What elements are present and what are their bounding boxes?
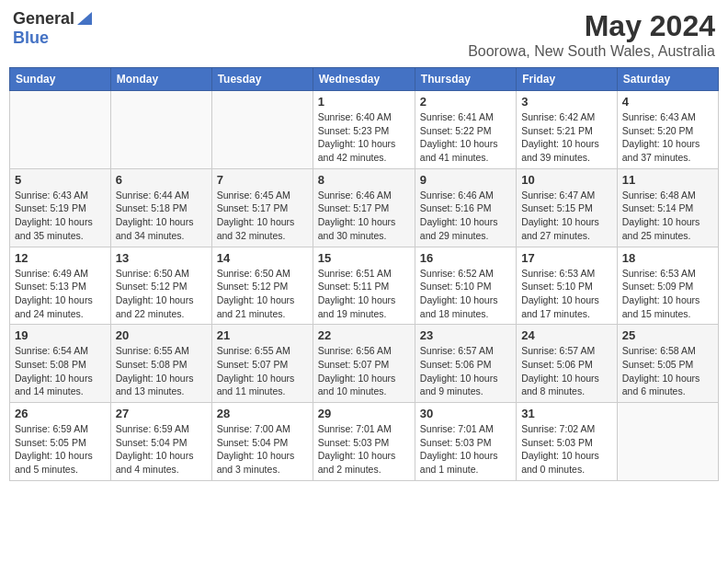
day-info: Sunrise: 6:50 AM Sunset: 5:12 PM Dayligh… (116, 267, 207, 321)
day-number: 31 (521, 407, 612, 420)
calendar-cell-w2-d7: 11Sunrise: 6:48 AM Sunset: 5:14 PM Dayli… (617, 168, 718, 247)
calendar-cell-w2-d1: 5Sunrise: 6:43 AM Sunset: 5:19 PM Daylig… (10, 168, 111, 247)
header-friday: Friday (517, 68, 618, 91)
day-info: Sunrise: 6:58 AM Sunset: 5:05 PM Dayligh… (622, 344, 713, 398)
calendar-cell-w1-d6: 3Sunrise: 6:42 AM Sunset: 5:21 PM Daylig… (517, 91, 618, 169)
day-info: Sunrise: 7:01 AM Sunset: 5:03 PM Dayligh… (420, 422, 511, 477)
calendar-cell-w2-d2: 6Sunrise: 6:44 AM Sunset: 5:18 PM Daylig… (110, 168, 211, 247)
day-number: 25 (622, 328, 713, 342)
day-info: Sunrise: 6:41 AM Sunset: 5:22 PM Dayligh… (420, 110, 511, 165)
day-info: Sunrise: 6:54 AM Sunset: 5:08 PM Dayligh… (15, 344, 106, 398)
day-info: Sunrise: 6:55 AM Sunset: 5:08 PM Dayligh… (116, 344, 207, 398)
logo-general-text: General (13, 9, 74, 29)
header-thursday: Thursday (415, 68, 516, 91)
calendar-cell-w1-d4: 1Sunrise: 6:40 AM Sunset: 5:23 PM Daylig… (313, 91, 415, 169)
day-info: Sunrise: 6:57 AM Sunset: 5:06 PM Dayligh… (420, 344, 511, 398)
calendar-cell-w2-d6: 10Sunrise: 6:47 AM Sunset: 5:15 PM Dayli… (517, 168, 618, 247)
calendar-cell-w1-d1 (10, 91, 111, 169)
calendar-week-1: 1Sunrise: 6:40 AM Sunset: 5:23 PM Daylig… (10, 91, 719, 169)
month-title: May 2024 (468, 9, 715, 43)
day-info: Sunrise: 6:53 AM Sunset: 5:09 PM Dayligh… (622, 267, 713, 321)
calendar-week-2: 5Sunrise: 6:43 AM Sunset: 5:19 PM Daylig… (10, 168, 719, 247)
day-info: Sunrise: 6:45 AM Sunset: 5:17 PM Dayligh… (217, 189, 308, 243)
day-number: 14 (217, 251, 308, 265)
day-number: 13 (116, 251, 207, 265)
day-number: 12 (15, 251, 106, 265)
day-info: Sunrise: 6:55 AM Sunset: 5:07 PM Dayligh… (217, 344, 308, 398)
calendar-week-4: 19Sunrise: 6:54 AM Sunset: 5:08 PM Dayli… (10, 325, 719, 403)
day-number: 8 (318, 173, 410, 187)
calendar-week-3: 12Sunrise: 6:49 AM Sunset: 5:13 PM Dayli… (10, 247, 719, 325)
day-info: Sunrise: 6:44 AM Sunset: 5:18 PM Dayligh… (116, 189, 207, 243)
day-number: 28 (217, 407, 308, 420)
svg-marker-0 (77, 12, 92, 25)
calendar-cell-w4-d6: 24Sunrise: 6:57 AM Sunset: 5:06 PM Dayli… (517, 325, 618, 403)
day-number: 16 (420, 251, 511, 265)
day-number: 24 (521, 328, 612, 342)
day-number: 6 (116, 173, 207, 187)
day-info: Sunrise: 6:47 AM Sunset: 5:15 PM Dayligh… (521, 189, 612, 243)
day-info: Sunrise: 7:00 AM Sunset: 5:04 PM Dayligh… (217, 422, 308, 477)
day-info: Sunrise: 6:51 AM Sunset: 5:11 PM Dayligh… (318, 267, 410, 321)
day-number: 27 (116, 407, 207, 420)
day-info: Sunrise: 6:49 AM Sunset: 5:13 PM Dayligh… (15, 267, 106, 321)
day-number: 15 (318, 251, 410, 265)
day-number: 20 (116, 328, 207, 342)
day-number: 26 (15, 407, 106, 420)
calendar-cell-w5-d2: 27Sunrise: 6:59 AM Sunset: 5:04 PM Dayli… (110, 403, 211, 481)
logo: General Blue (13, 9, 92, 48)
day-number: 11 (622, 173, 713, 187)
calendar-cell-w2-d3: 7Sunrise: 6:45 AM Sunset: 5:17 PM Daylig… (211, 168, 313, 247)
calendar-cell-w4-d2: 20Sunrise: 6:55 AM Sunset: 5:08 PM Dayli… (110, 325, 211, 403)
day-number: 22 (318, 328, 410, 342)
calendar-cell-w3-d2: 13Sunrise: 6:50 AM Sunset: 5:12 PM Dayli… (110, 247, 211, 325)
day-info: Sunrise: 6:59 AM Sunset: 5:04 PM Dayligh… (116, 422, 207, 477)
calendar-cell-w4-d4: 22Sunrise: 6:56 AM Sunset: 5:07 PM Dayli… (313, 325, 415, 403)
title-area: May 2024 Boorowa, New South Wales, Austr… (468, 9, 715, 60)
day-number: 2 (420, 95, 511, 109)
header-tuesday: Tuesday (211, 68, 313, 91)
day-info: Sunrise: 6:43 AM Sunset: 5:19 PM Dayligh… (15, 189, 106, 243)
location-title: Boorowa, New South Wales, Australia (468, 43, 715, 60)
calendar-table: Sunday Monday Tuesday Wednesday Thursday… (9, 67, 719, 481)
day-number: 18 (622, 251, 713, 265)
day-info: Sunrise: 6:52 AM Sunset: 5:10 PM Dayligh… (420, 267, 511, 321)
calendar-cell-w5-d3: 28Sunrise: 7:00 AM Sunset: 5:04 PM Dayli… (211, 403, 313, 481)
day-info: Sunrise: 6:48 AM Sunset: 5:14 PM Dayligh… (622, 189, 713, 243)
logo-arrow-icon (77, 10, 92, 29)
calendar-cell-w5-d5: 30Sunrise: 7:01 AM Sunset: 5:03 PM Dayli… (415, 403, 516, 481)
header-sunday: Sunday (10, 68, 111, 91)
calendar-cell-w4-d5: 23Sunrise: 6:57 AM Sunset: 5:06 PM Dayli… (415, 325, 516, 403)
day-number: 1 (318, 95, 410, 109)
calendar-cell-w4-d7: 25Sunrise: 6:58 AM Sunset: 5:05 PM Dayli… (617, 325, 718, 403)
calendar-cell-w4-d3: 21Sunrise: 6:55 AM Sunset: 5:07 PM Dayli… (211, 325, 313, 403)
calendar-cell-w5-d1: 26Sunrise: 6:59 AM Sunset: 5:05 PM Dayli… (10, 403, 111, 481)
day-info: Sunrise: 6:53 AM Sunset: 5:10 PM Dayligh… (521, 267, 612, 321)
day-number: 23 (420, 328, 511, 342)
day-number: 10 (521, 173, 612, 187)
calendar-week-5: 26Sunrise: 6:59 AM Sunset: 5:05 PM Dayli… (10, 403, 719, 481)
calendar-cell-w3-d5: 16Sunrise: 6:52 AM Sunset: 5:10 PM Dayli… (415, 247, 516, 325)
calendar-cell-w4-d1: 19Sunrise: 6:54 AM Sunset: 5:08 PM Dayli… (10, 325, 111, 403)
day-info: Sunrise: 6:40 AM Sunset: 5:23 PM Dayligh… (318, 110, 410, 165)
day-number: 9 (420, 173, 511, 187)
calendar-cell-w5-d7 (617, 403, 718, 481)
day-info: Sunrise: 6:57 AM Sunset: 5:06 PM Dayligh… (521, 344, 612, 398)
calendar-cell-w3-d1: 12Sunrise: 6:49 AM Sunset: 5:13 PM Dayli… (10, 247, 111, 325)
day-info: Sunrise: 6:43 AM Sunset: 5:20 PM Dayligh… (622, 110, 713, 165)
day-info: Sunrise: 6:56 AM Sunset: 5:07 PM Dayligh… (318, 344, 410, 398)
day-number: 29 (318, 407, 410, 420)
day-number: 17 (521, 251, 612, 265)
calendar-cell-w1-d2 (110, 91, 211, 169)
calendar-cell-w3-d7: 18Sunrise: 6:53 AM Sunset: 5:09 PM Dayli… (617, 247, 718, 325)
calendar-cell-w5-d6: 31Sunrise: 7:02 AM Sunset: 5:03 PM Dayli… (517, 403, 618, 481)
day-info: Sunrise: 6:46 AM Sunset: 5:16 PM Dayligh… (420, 189, 511, 243)
day-info: Sunrise: 6:46 AM Sunset: 5:17 PM Dayligh… (318, 189, 410, 243)
calendar-cell-w3-d4: 15Sunrise: 6:51 AM Sunset: 5:11 PM Dayli… (313, 247, 415, 325)
day-info: Sunrise: 6:59 AM Sunset: 5:05 PM Dayligh… (15, 422, 106, 477)
day-number: 30 (420, 407, 511, 420)
calendar-cell-w3-d3: 14Sunrise: 6:50 AM Sunset: 5:12 PM Dayli… (211, 247, 313, 325)
calendar-cell-w5-d4: 29Sunrise: 7:01 AM Sunset: 5:03 PM Dayli… (313, 403, 415, 481)
day-number: 7 (217, 173, 308, 187)
logo-blue-text: Blue (13, 29, 49, 47)
